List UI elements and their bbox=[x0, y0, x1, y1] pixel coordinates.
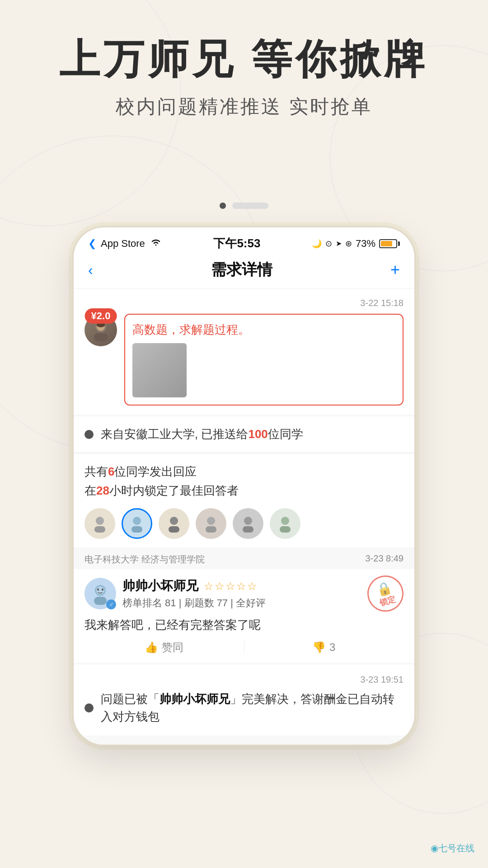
alert-icon: ⊛ bbox=[345, 239, 352, 249]
svg-rect-6 bbox=[94, 526, 105, 533]
pagination-dots bbox=[0, 203, 488, 209]
lock-icon: ⊙ bbox=[325, 239, 332, 249]
moon-icon: 🌙 bbox=[312, 239, 322, 249]
university-label: 电子科技大学 经济与管理学院 3-23 8:49 bbox=[74, 547, 414, 568]
hero-section: 上万师兄 等你掀牌 校内问题精准推送 实时抢单 bbox=[0, 36, 488, 119]
answer-actions: 👍 赞同 👎 3 bbox=[84, 640, 404, 655]
answerer-avatar: ♂ bbox=[84, 578, 116, 609]
svg-point-21 bbox=[102, 589, 103, 591]
nav-bar: ‹ 需求详情 + bbox=[74, 255, 414, 289]
battery-percent: 73% bbox=[356, 238, 375, 250]
svg-point-5 bbox=[96, 517, 104, 525]
app-store-label: App Store bbox=[101, 238, 145, 250]
svg-point-13 bbox=[244, 517, 252, 525]
responders-line1: 共有6位同学发出回应 bbox=[84, 462, 404, 481]
hero-subtitle: 校内问题精准推送 实时抢单 bbox=[0, 94, 488, 119]
resolved-dot bbox=[84, 703, 94, 712]
back-button[interactable]: ‹ bbox=[88, 262, 93, 278]
svg-rect-1 bbox=[94, 333, 108, 341]
answer-content: 我来解答吧，已经有完整答案了呢 bbox=[84, 616, 404, 634]
question-timestamp: 3-22 15:18 bbox=[84, 298, 404, 308]
battery-icon bbox=[379, 239, 400, 248]
back-chevron-icon: ❮ bbox=[88, 238, 96, 250]
responders-line2: 在28小时内锁定了最佳回答者 bbox=[84, 481, 404, 500]
hero-title: 上万师兄 等你掀牌 bbox=[0, 36, 488, 83]
content-area: 3-22 15:18 bbox=[74, 289, 414, 745]
svg-rect-14 bbox=[243, 526, 253, 533]
svg-rect-16 bbox=[280, 526, 291, 533]
svg-rect-18 bbox=[94, 597, 107, 605]
info-item-1: 来自安徽工业大学, 已推送给100位同学 bbox=[74, 416, 414, 453]
location-icon: ➤ bbox=[336, 239, 342, 248]
resp-avatar-6 bbox=[270, 508, 300, 539]
question-avatar-wrap: ¥2.0 bbox=[84, 314, 117, 346]
phone-mockup: ❮ App Store 下午5:53 🌙 ⊙ ➤ ⊛ 73% bbox=[72, 226, 416, 746]
info-text-1: 来自安徽工业大学, 已推送给100位同学 bbox=[101, 426, 303, 442]
resp-avatar-4 bbox=[196, 508, 226, 539]
school-name: 电子科技大学 经济与管理学院 bbox=[84, 553, 205, 566]
dislike-button[interactable]: 👎 3 bbox=[244, 641, 404, 654]
like-button[interactable]: 👍 赞同 bbox=[84, 640, 244, 655]
page-title: 需求详情 bbox=[211, 259, 272, 280]
resp-avatar-3 bbox=[159, 508, 189, 539]
svg-point-20 bbox=[97, 589, 99, 591]
price-badge: ¥2.0 bbox=[85, 308, 117, 324]
like-label: 赞同 bbox=[162, 640, 183, 655]
dot-active[interactable] bbox=[220, 203, 226, 209]
answer-stars: ☆☆☆☆☆ bbox=[204, 580, 258, 592]
timeline-dot-1 bbox=[84, 430, 94, 439]
status-bar: ❮ App Store 下午5:53 🌙 ⊙ ➤ ⊛ 73% bbox=[74, 227, 414, 255]
question-image bbox=[132, 343, 187, 397]
like-icon: 👍 bbox=[145, 641, 158, 654]
phone-frame: ❮ App Store 下午5:53 🌙 ⊙ ➤ ⊛ 73% bbox=[72, 226, 416, 746]
svg-point-9 bbox=[170, 517, 178, 525]
status-right: 🌙 ⊙ ➤ ⊛ 73% bbox=[312, 238, 400, 250]
resolved-timestamp: 3-23 19:51 bbox=[84, 675, 404, 685]
svg-point-7 bbox=[133, 517, 141, 525]
answer-timestamp: 3-23 8:49 bbox=[365, 553, 404, 566]
answer-name-row: 帅帅小坏师兄 ☆☆☆☆☆ 榜单排名 81 | 刷题数 77 | 全好评 bbox=[122, 577, 404, 610]
responder-avatars bbox=[84, 508, 404, 539]
answer-card: ♂ 帅帅小坏师兄 ☆☆☆☆☆ 榜单排名 81 | 刷题数 77 | 全好评 🔒 … bbox=[74, 569, 414, 663]
svg-rect-10 bbox=[169, 526, 179, 533]
question-bubble: 高数题，求解题过程。 bbox=[124, 314, 404, 406]
answer-header: ♂ 帅帅小坏师兄 ☆☆☆☆☆ 榜单排名 81 | 刷题数 77 | 全好评 🔒 … bbox=[84, 577, 404, 610]
question-text: 高数题，求解题过程。 bbox=[132, 322, 395, 338]
question-card: 3-22 15:18 bbox=[74, 289, 414, 415]
resolved-row: 问题已被「帅帅小坏师兄」完美解决，答谢酬金已自动转入对方钱包 bbox=[84, 690, 404, 726]
gender-badge: ♂ bbox=[106, 599, 116, 609]
answer-stats: 榜单排名 81 | 刷题数 77 | 全好评 bbox=[122, 596, 404, 610]
resp-avatar-1 bbox=[84, 508, 115, 539]
dislike-icon: 👎 bbox=[312, 641, 326, 654]
responders-section: 共有6位同学发出回应 在28小时内锁定了最佳回答者 bbox=[74, 454, 414, 547]
wifi-icon bbox=[150, 238, 162, 250]
svg-point-11 bbox=[207, 517, 215, 525]
resolved-text: 问题已被「帅帅小坏师兄」完美解决，答谢酬金已自动转入对方钱包 bbox=[101, 690, 404, 726]
resolved-item: 3-23 19:51 问题已被「帅帅小坏师兄」完美解决，答谢酬金已自动转入对方钱… bbox=[74, 665, 414, 736]
resp-avatar-5 bbox=[233, 508, 263, 539]
svg-point-15 bbox=[281, 517, 289, 525]
dot-bar bbox=[232, 203, 268, 209]
answerer-name: 帅帅小坏师兄 bbox=[122, 579, 198, 593]
status-left: ❮ App Store bbox=[88, 238, 162, 250]
resp-avatar-2[interactable] bbox=[122, 508, 152, 539]
status-time: 下午5:53 bbox=[213, 236, 260, 251]
watermark: ◉七号在线 bbox=[431, 842, 474, 854]
svg-rect-8 bbox=[131, 526, 142, 533]
dislike-count: 3 bbox=[329, 641, 335, 654]
plus-button[interactable]: + bbox=[390, 260, 400, 279]
svg-rect-12 bbox=[206, 526, 216, 533]
